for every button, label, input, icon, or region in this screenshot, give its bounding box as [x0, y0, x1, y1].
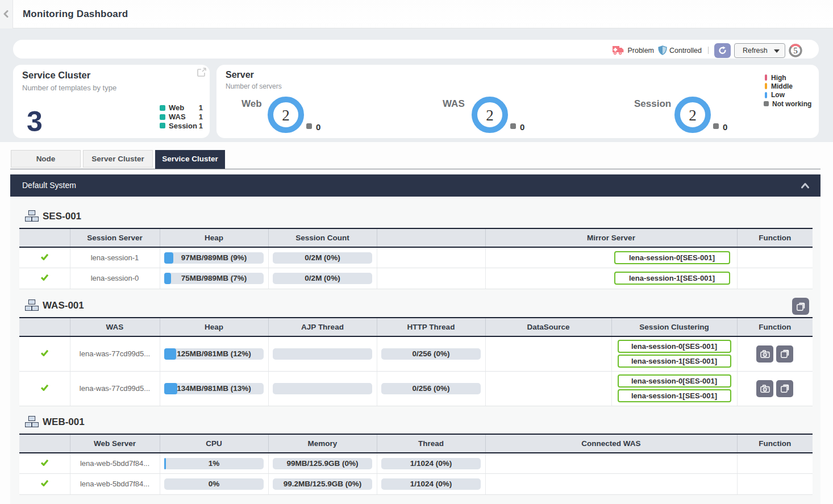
svg-text:5: 5	[793, 46, 798, 55]
